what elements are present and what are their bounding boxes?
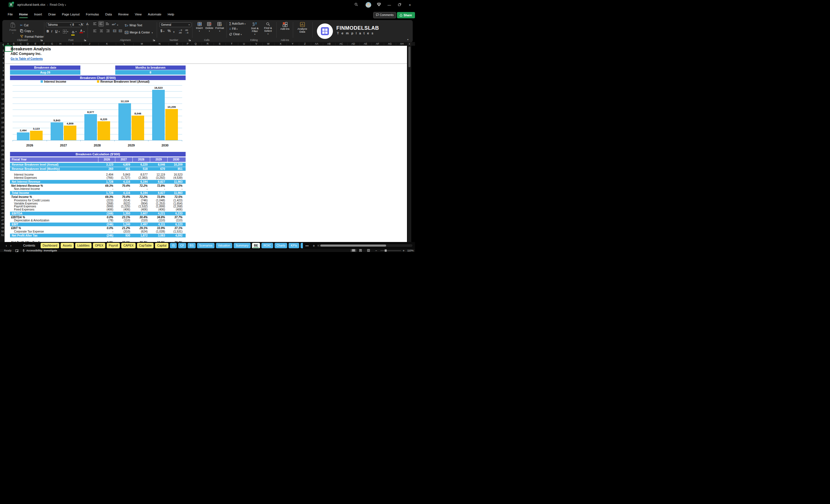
cell-value[interactable]: (223) — [98, 199, 113, 202]
cell-value[interactable]: 72.5% — [167, 195, 183, 199]
cell-value[interactable]: 401 — [115, 167, 130, 171]
cell-value[interactable]: (246) — [98, 234, 113, 238]
cell-value[interactable]: (110) — [115, 219, 130, 222]
cell-value[interactable]: 6,233 — [167, 212, 183, 215]
cell-value[interactable]: - — [115, 188, 130, 190]
cell-value[interactable]: 72.2% — [132, 195, 148, 199]
sheet-tab-assets[interactable]: Assets — [61, 243, 74, 248]
cell-value[interactable]: 69.3% — [98, 195, 113, 199]
increase-font-size-button[interactable]: A^ — [81, 23, 84, 27]
months-to-breakeven-value[interactable]: 8 — [115, 70, 186, 75]
table-row-payroll-expenses[interactable]: Payroll Expenses(999)(1,225)(1,532)(1,89… — [10, 205, 186, 208]
column-header-AG[interactable]: AG — [387, 42, 393, 46]
sheet-tab-summary[interactable]: Summary — [234, 243, 251, 248]
column-header-AA[interactable]: AA — [314, 42, 320, 46]
row-header-12[interactable]: 12 — [0, 88, 4, 91]
row-header-23[interactable]: 23 — [0, 140, 4, 143]
align-left-icon[interactable] — [93, 29, 97, 33]
cell-value[interactable]: 4,221 — [150, 212, 165, 215]
cell-value[interactable]: - — [150, 188, 165, 190]
row-header-10[interactable]: 10 — [0, 78, 4, 81]
alignment-dialog-launcher[interactable] — [153, 39, 155, 41]
close-button[interactable]: × — [407, 3, 412, 8]
cell-value[interactable]: 4,116 — [115, 191, 130, 195]
menu-tab-draw[interactable]: Draw — [46, 11, 58, 19]
vertical-scrollbar[interactable]: ▲ — [408, 42, 411, 242]
cell-value[interactable]: 2,494 — [98, 173, 113, 176]
table-row-non-interest-income[interactable]: Non-Interest Income----- — [10, 188, 186, 190]
page-break-view-button[interactable] — [367, 249, 370, 252]
autosum-button[interactable]: ∑ AutoSum ▾ — [229, 22, 246, 25]
sheet-tab-capital[interactable]: Capital — [155, 243, 168, 248]
row-header-9[interactable]: 9 — [0, 73, 4, 76]
cell-value[interactable]: (999) — [98, 205, 113, 208]
cell-value[interactable]: 69.3% — [98, 184, 113, 188]
cell-value[interactable]: - — [98, 188, 113, 190]
find-select-button[interactable]: Find & Select▾ — [262, 22, 274, 35]
cell-value[interactable]: 4,809 — [115, 163, 130, 167]
cell-value[interactable]: 8,827 — [150, 191, 165, 195]
new-sheet-button[interactable]: + — [313, 244, 315, 248]
cell-value[interactable]: (168) — [98, 212, 113, 215]
cell-value[interactable]: (406) — [150, 208, 165, 211]
fill-color-button[interactable] — [71, 29, 75, 35]
decrease-indent-icon[interactable] — [113, 29, 117, 33]
cell-value[interactable]: - — [132, 188, 148, 190]
menu-tab-insert[interactable]: Insert — [31, 11, 44, 19]
menu-tab-automate[interactable]: Automate — [145, 11, 164, 19]
cell-value[interactable]: 4,111 — [150, 223, 165, 226]
underline-chevron-icon[interactable]: ▾ — [59, 31, 60, 33]
comments-button[interactable]: Comments — [373, 12, 396, 18]
horizontal-scroll-thumb[interactable] — [320, 245, 386, 247]
align-middle-icon[interactable] — [98, 21, 104, 27]
cell-value[interactable]: 37.1% — [167, 226, 183, 230]
zoom-slider-track[interactable] — [380, 251, 401, 251]
row-header-11[interactable]: 11 — [0, 83, 4, 86]
column-header-F[interactable]: F — [41, 42, 47, 46]
row-header-20[interactable]: 20 — [0, 126, 4, 129]
sheet-tab-capex[interactable]: CAPEX — [121, 243, 135, 248]
table-row-revenue-breakeven-level-monthly[interactable]: Revenue Breakeven level (Monthly)2604015… — [10, 167, 186, 171]
row-header-18[interactable]: 18 — [0, 117, 4, 119]
column-header-C[interactable]: C — [18, 42, 24, 46]
row-header-5[interactable]: 5 — [0, 62, 4, 64]
sheet-tab-dashboard[interactable]: Dashboard — [41, 243, 59, 248]
row-header-43[interactable]: 43 — [0, 205, 4, 208]
cell-value[interactable]: (310) — [115, 230, 130, 233]
cell-value[interactable]: 1,240 — [115, 223, 130, 226]
cell-value[interactable]: 72.8% — [150, 184, 165, 188]
cell-value[interactable]: (406) — [98, 208, 113, 211]
table-row-net-interest-revenue[interactable]: Net Interest Revenue1,7284,1166,1948,827… — [10, 180, 186, 184]
row-header-21[interactable]: 21 — [0, 131, 4, 133]
row-header-47[interactable]: 47 — [0, 219, 4, 222]
share-button[interactable]: Share ▾ — [397, 12, 415, 18]
sheet-tab-charts[interactable]: Charts — [275, 243, 287, 248]
row-header-35[interactable]: 35 — [0, 176, 4, 179]
menu-tab-data[interactable]: Data — [103, 11, 115, 19]
analyze-data-button[interactable]: Analyze Data — [295, 22, 310, 33]
align-center-icon[interactable] — [99, 29, 103, 33]
row-header-24[interactable]: 24 — [0, 145, 4, 147]
cell-value[interactable]: 1,728 — [98, 180, 113, 184]
table-row-depreciation-amortization[interactable]: Depreciation & Amortization(78)(110)(110… — [10, 219, 186, 222]
cell-value[interactable]: 260 — [98, 167, 113, 171]
column-header-AH[interactable]: AH — [399, 42, 405, 46]
table-row-interest-expenses[interactable]: Interest Expenses(766)(1,727)(2,383)(3,2… — [10, 176, 186, 179]
breakeven-date-value[interactable]: Aug-26 — [10, 70, 81, 75]
column-header-S[interactable]: S — [217, 42, 223, 46]
column-header-K[interactable]: K — [104, 42, 110, 46]
comma-format-button[interactable]: , — [173, 28, 174, 33]
cell-value[interactable]: (4,539) — [167, 176, 183, 179]
align-top-icon[interactable] — [93, 22, 97, 26]
cell-value[interactable]: (1,048) — [150, 199, 165, 202]
align-bottom-icon[interactable] — [105, 22, 109, 26]
column-header-AE[interactable]: AE — [362, 42, 369, 46]
cell-value[interactable]: 11,983 — [167, 191, 183, 195]
row-header-33[interactable]: 33 — [0, 170, 4, 173]
cell-value[interactable]: (514) — [115, 199, 130, 202]
more-sheets-button[interactable]: ••• — [306, 244, 309, 247]
scroll-left-arrow-icon[interactable]: ◂ — [317, 244, 319, 247]
cell-value[interactable]: 4,592 — [167, 234, 183, 238]
sheet-tab-clipped[interactable] — [300, 243, 303, 248]
percent-format-button[interactable]: % — [168, 29, 171, 33]
